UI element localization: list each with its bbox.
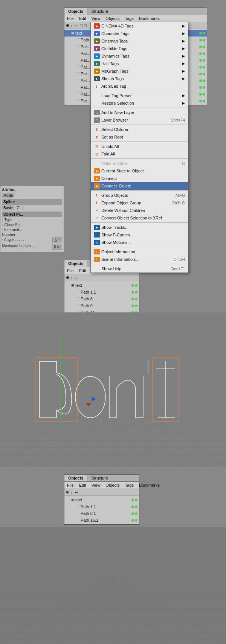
cm-label-restore: Restore Selection <box>101 101 182 105</box>
cm-label-hair: Hair Tags <box>101 61 182 66</box>
cm-label-expandgroup: Expand Object Group <box>101 201 172 205</box>
obj-name-path8-s2: Path 8 <box>81 297 131 301</box>
cm-icon-showmotions: ◎ <box>94 240 100 245</box>
menu-bookmarks-3[interactable]: Bookmarks <box>138 483 161 488</box>
menu-tags-3[interactable]: Tags <box>124 483 135 488</box>
cm-label-makeeditable: Make Editable <box>101 161 182 166</box>
obj-row-path9[interactable]: ⌒ Path 9 <box>64 302 139 309</box>
cm-delete-without-children[interactable]: ✕ Delete Without Children <box>91 207 188 214</box>
cm-fold-all[interactable]: ⊞ Fold All <box>91 150 188 158</box>
obj-row-text-2[interactable]: ⊞ text <box>64 282 139 289</box>
cm-current-state[interactable]: ◈ Current State to Object <box>91 167 188 175</box>
angle-value[interactable]: 5 ° <box>52 238 62 243</box>
tab-objects-2[interactable]: Objects <box>64 260 87 267</box>
cm-label-objectinfo: Object Information... <box>101 250 185 254</box>
dot2 <box>203 46 205 48</box>
cm-label-dynamics: Dynamics Tags <box>101 54 182 58</box>
obj-row-path8[interactable]: ⌒ Path 8 <box>64 295 139 302</box>
cm-layer-browser[interactable]: □ Layer Browser Shift+F4 <box>91 116 188 124</box>
cm-label-sketch: Sketch Tags <box>101 76 182 81</box>
dot1 <box>199 59 202 62</box>
viewport-svg-3 <box>0 527 226 644</box>
cm-group-objects[interactable]: ⬇ Group Objects Alt+G <box>91 192 188 199</box>
basic-button[interactable]: Basic <box>2 206 14 210</box>
cm-set-as-root[interactable]: ⬆ Set as Root <box>91 133 188 141</box>
menu-view-1[interactable]: View <box>90 16 102 21</box>
menu-objects-1[interactable]: Objects <box>104 16 121 21</box>
cm-icon-showfcurves: ~ <box>94 232 100 238</box>
cm-connect[interactable]: ◈ Connect <box>91 175 188 182</box>
viewport-3d-2[interactable] <box>0 312 226 467</box>
obj-row-path16-1[interactable]: ⌒ Path 16.1 <box>64 517 139 524</box>
max-length-value[interactable]: 5 m <box>52 244 62 250</box>
cm-shortcut-layerbrowser: Shift+F4 <box>171 118 185 122</box>
cm-arrow-dynamics: ▶ <box>182 54 185 58</box>
cm-convert-xref[interactable]: ↗ Convert Object Selection to XRef <box>91 214 188 222</box>
cm-label-deletewithout: Delete Without Children <box>101 208 185 213</box>
obj-name-path9: Path 9 <box>81 303 131 308</box>
cm-show-motions[interactable]: ◎ Show Motions... <box>91 239 188 246</box>
panel-tabs-1: Objects Structure <box>64 8 207 15</box>
coord-button[interactable]: C... <box>15 206 24 210</box>
cm-archicad-tag[interactable]: / ArchiCad Tag <box>91 82 188 90</box>
cm-dynamics-tags[interactable]: ▶ Dynamics Tags ▶ <box>91 52 188 60</box>
cm-character-tags[interactable]: ▶ Character Tags ▶ <box>91 30 188 37</box>
cm-icon-selectchildren: ⬇ <box>94 127 100 132</box>
tab-structure-3[interactable]: Structure <box>87 475 112 481</box>
cm-scene-info[interactable]: i Scene Information... Cmd+I <box>91 256 188 263</box>
cm-object-info[interactable]: i Object Information... <box>91 248 188 256</box>
cm-unfold-all[interactable]: ⊟ Unfold All <box>91 143 188 150</box>
tab-objects-3[interactable]: Objects <box>64 475 87 481</box>
toolbar-icon-5: □ <box>84 23 87 28</box>
obj-row-path1-1-3[interactable]: ⌒ Path 1.1 <box>64 503 139 510</box>
obj-row-path1-1[interactable]: ⌒ Path 1.1 <box>64 289 139 295</box>
menu-file-2[interactable]: File <box>66 268 75 273</box>
spline-icon-6: ⌒ <box>76 72 80 76</box>
cm-expand-group[interactable]: ⬆ Expand Object Group Shift+G <box>91 199 188 207</box>
menu-edit-3[interactable]: Edit <box>78 483 87 488</box>
tab-structure-1[interactable]: Structure <box>87 8 112 15</box>
cm-mograph-tags[interactable]: ▶ MoGraph Tags ▶ <box>91 67 188 75</box>
cm-icon-restore <box>94 100 100 106</box>
cm-show-fcurves[interactable]: ~ Show F-Curves... <box>91 231 188 239</box>
cm-clothilde-tags[interactable]: ▶ Clothilde Tags ▶ <box>91 45 188 52</box>
cm-show-help[interactable]: Show Help Cmd+F1 <box>91 265 188 273</box>
viewport-3d-3[interactable] <box>0 527 226 644</box>
cm-connect-delete[interactable]: ◈ Connect+Delete <box>91 182 188 190</box>
menu-file-3[interactable]: File <box>66 483 75 488</box>
context-menu: ▶ CINEMA 4D Tags ▶ ▶ Character Tags ▶ ▶ … <box>90 22 188 273</box>
tab-objects-1[interactable]: Objects <box>64 8 87 15</box>
cm-sketch-tags[interactable]: ▶ Sketch Tags ▶ <box>91 75 188 82</box>
menu-view-3[interactable]: View <box>90 483 102 488</box>
max-length-label: Maximum Length . . <box>2 244 35 250</box>
menu-objects-3[interactable]: Objects <box>104 483 121 488</box>
cm-restore-selection[interactable]: Restore Selection ▶ <box>91 99 188 107</box>
cm-cinema4d-tags[interactable]: ▶ CINEMA 4D Tags ▶ <box>91 22 188 30</box>
obj-row-text-3[interactable]: ⊞ text <box>64 496 139 503</box>
cm-make-editable: Make Editable C <box>91 160 188 167</box>
obj-name-path1-1: Path 1.1 <box>81 290 131 294</box>
obj-row-path8-1[interactable]: ⌒ Path 8.1 <box>64 510 139 517</box>
tb-icon-a: ⊕ <box>66 275 69 280</box>
menu-bookmarks-1[interactable]: Bookmarks <box>138 16 161 21</box>
cm-show-tracks[interactable]: ▶ Show Tracks... <box>91 224 188 231</box>
cm-add-to-new-layer[interactable]: □ Add to New Layer <box>91 109 188 116</box>
mode-button[interactable]: Mode <box>2 193 14 198</box>
spline-icon-1: ⌒ <box>76 38 80 43</box>
dot2 <box>135 512 137 515</box>
cm-label-convertxref: Convert Object Selection to XRef <box>101 216 185 220</box>
cm-select-children[interactable]: ⬇ Select Children <box>91 126 188 133</box>
menu-edit-1[interactable]: Edit <box>78 16 87 21</box>
menu-file-1[interactable]: File <box>66 16 75 21</box>
dot1 <box>199 93 202 96</box>
menu-tags-1[interactable]: Tags <box>124 16 135 21</box>
menu-edit-2[interactable]: Edit <box>78 268 87 273</box>
cm-label-connectdelete: Connect+Delete <box>101 184 185 188</box>
cm-sep-4 <box>91 142 188 142</box>
dot1 <box>199 66 202 69</box>
cm-load-tag-preset[interactable]: Load Tag Preset ▶ <box>91 92 188 99</box>
cm-hair-tags[interactable]: ▶ Hair Tags ▶ <box>91 60 188 67</box>
angle-label: ◦ Angle . . . . . . <box>2 238 26 243</box>
cm-cineman-tags[interactable]: ▶ Cineman Tags ▶ <box>91 37 188 45</box>
dot1 <box>131 298 134 300</box>
